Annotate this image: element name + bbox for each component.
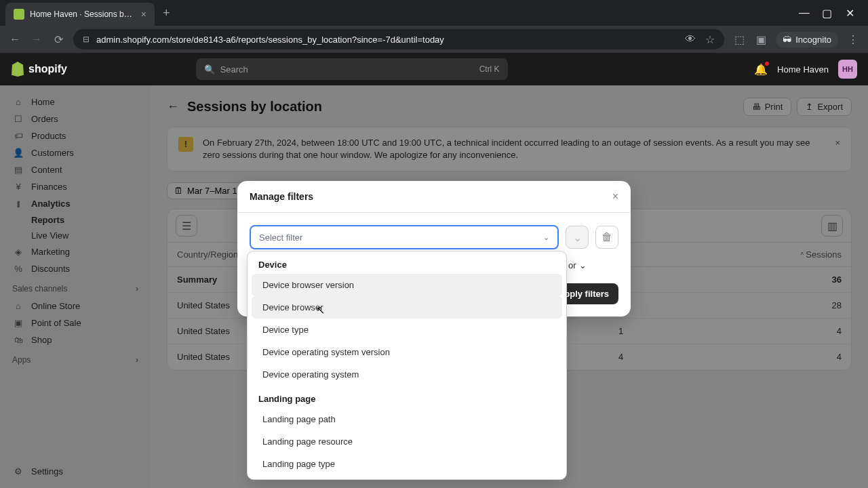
- modal-header: Manage filters ×: [237, 181, 631, 213]
- eye-off-icon[interactable]: 👁: [685, 33, 696, 45]
- store-name[interactable]: Home Haven: [777, 64, 829, 75]
- modal-title: Manage filters: [250, 191, 313, 202]
- dropdown-group-label: Landing page: [248, 386, 566, 408]
- maximize-button[interactable]: ▢: [822, 7, 831, 20]
- modal-close-button[interactable]: ×: [612, 190, 618, 203]
- dropdown-item[interactable]: Landing page path: [252, 408, 562, 430]
- header-right: 🔔 Home Haven HH: [754, 60, 857, 79]
- filter-dropdown-list: DeviceDevice browser versionDevice brows…: [247, 251, 567, 480]
- url-bar[interactable]: ⊟ admin.shopify.com/store/de8143-a6/repo…: [73, 29, 724, 49]
- incognito-label: Incognito: [795, 35, 831, 45]
- tab-close-icon[interactable]: ×: [141, 9, 146, 20]
- tab-title: Home Haven · Sessions by loca…: [30, 9, 136, 19]
- delete-filter-button[interactable]: 🗑: [595, 226, 618, 249]
- site-info-icon[interactable]: ⊟: [83, 35, 90, 44]
- side-panel-icon[interactable]: ▣: [754, 33, 768, 46]
- filter-select[interactable]: Select filter ⌄: [250, 225, 559, 249]
- logo-text: shopify: [28, 63, 67, 75]
- extensions-icon[interactable]: ⬚: [732, 33, 746, 46]
- shopify-icon: [11, 62, 24, 77]
- nav-bar: ← → ⟳ ⊟ admin.shopify.com/store/de8143-a…: [0, 26, 868, 53]
- bookmark-icon[interactable]: ☆: [705, 33, 715, 46]
- chevron-down-icon: ⌄: [543, 233, 549, 242]
- close-window-button[interactable]: ✕: [845, 7, 854, 20]
- minimize-button[interactable]: —: [799, 7, 808, 20]
- search-input[interactable]: 🔍 Search Ctrl K: [196, 58, 508, 80]
- reload-button[interactable]: ⟳: [52, 33, 65, 46]
- dropdown-item[interactable]: Device browser: [252, 296, 562, 319]
- avatar[interactable]: HH: [838, 60, 857, 79]
- dropdown-group-label: Device: [248, 251, 566, 274]
- dropdown-item[interactable]: Landing page resource: [252, 430, 562, 453]
- select-placeholder: Select filter: [259, 232, 302, 243]
- forward-button[interactable]: →: [30, 33, 43, 45]
- logo[interactable]: shopify: [11, 62, 67, 77]
- url-text: admin.shopify.com/store/de8143-a6/report…: [96, 35, 678, 45]
- dropdown-item[interactable]: Landing page type: [252, 453, 562, 475]
- dropdown-item[interactable]: Device operating system: [252, 363, 562, 386]
- tab-favicon: [14, 9, 24, 20]
- browser-tab[interactable]: Home Haven · Sessions by loca… ×: [5, 3, 155, 26]
- dropdown-item[interactable]: Device operating system version: [252, 341, 562, 363]
- url-actions: 👁 ☆: [685, 33, 715, 46]
- filter-row: Select filter ⌄ ⌄ 🗑: [250, 225, 618, 249]
- new-tab-button[interactable]: +: [163, 6, 170, 20]
- incognito-icon: 🕶: [783, 35, 791, 45]
- chevron-down-icon: ⌄: [579, 260, 587, 270]
- app-header: shopify 🔍 Search Ctrl K 🔔 Home Haven HH: [0, 53, 868, 85]
- search-kbd-hint: Ctrl K: [479, 64, 500, 74]
- dropdown-item[interactable]: Device browser version: [252, 274, 562, 296]
- notification-dot: [765, 62, 769, 66]
- browser-chrome: Home Haven · Sessions by loca… × + — ▢ ✕…: [0, 0, 868, 53]
- add-or-filter[interactable]: or ⌄: [568, 260, 587, 270]
- incognito-badge[interactable]: 🕶 Incognito: [776, 32, 838, 47]
- back-button[interactable]: ←: [8, 33, 22, 45]
- notifications-button[interactable]: 🔔: [754, 63, 768, 76]
- filter-value-dropdown: ⌄: [566, 226, 589, 249]
- dropdown-item[interactable]: Device type: [252, 319, 562, 341]
- search-icon: 🔍: [204, 64, 215, 75]
- search-placeholder: Search: [220, 64, 248, 75]
- menu-icon[interactable]: ⋮: [846, 33, 860, 46]
- window-controls: — ▢ ✕: [799, 7, 863, 20]
- tab-bar: Home Haven · Sessions by loca… × + — ▢ ✕: [0, 0, 868, 26]
